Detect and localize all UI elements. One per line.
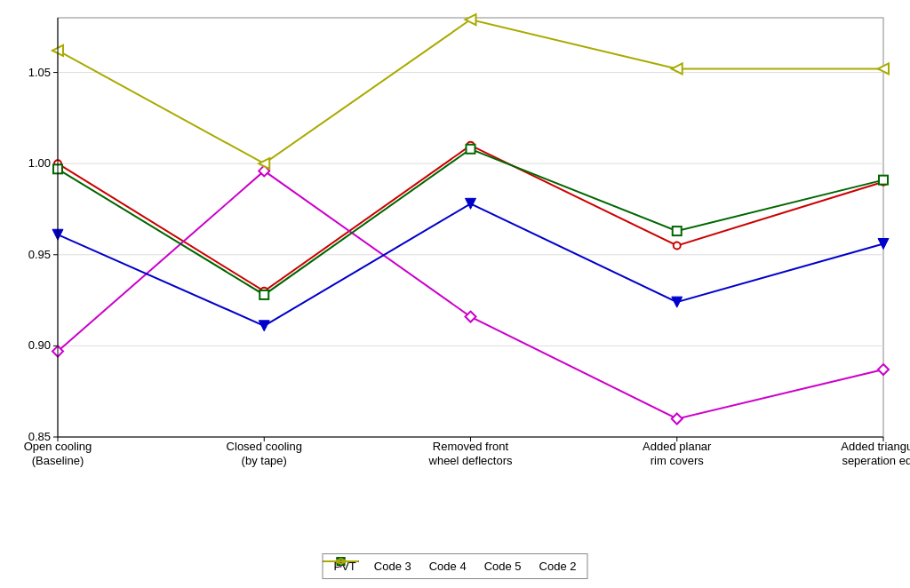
svg-marker-53 — [466, 14, 476, 25]
svg-rect-48 — [467, 145, 475, 154]
legend-item-code2: Code 2 — [539, 560, 577, 573]
svg-text:Added triangular: Added triangular — [841, 440, 910, 453]
svg-text:1.05: 1.05 — [28, 66, 51, 79]
svg-marker-45 — [878, 238, 889, 249]
chart-svg: 0.850.900.951.001.05Open cooling(Baselin… — [0, 0, 910, 588]
svg-text:rim covers: rim covers — [651, 454, 704, 467]
svg-text:Closed cooling: Closed cooling — [227, 440, 302, 453]
svg-marker-42 — [259, 321, 269, 331]
svg-text:Open cooling: Open cooling — [24, 440, 92, 453]
svg-text:wheel deflectors: wheel deflectors — [428, 454, 513, 467]
svg-point-34 — [674, 242, 681, 250]
svg-marker-43 — [466, 198, 476, 209]
svg-marker-39 — [672, 413, 682, 424]
svg-rect-0 — [58, 18, 883, 437]
svg-marker-40 — [878, 364, 889, 375]
legend-container: PVT Code 3 Code 4 Code 5 — [323, 553, 588, 579]
legend-line-code2 — [323, 554, 910, 588]
svg-text:1.00: 1.00 — [28, 156, 51, 170]
svg-text:seperation edge: seperation edge — [842, 454, 910, 467]
chart-container: 0.850.900.951.001.05Open cooling(Baselin… — [0, 0, 910, 588]
svg-text:0.95: 0.95 — [28, 248, 51, 261]
svg-marker-38 — [466, 312, 476, 322]
svg-text:0.90: 0.90 — [28, 338, 51, 352]
svg-text:(by tape): (by tape) — [242, 454, 287, 467]
svg-text:Removed front: Removed front — [433, 440, 509, 453]
svg-rect-49 — [673, 226, 682, 235]
svg-text:Added planar: Added planar — [643, 440, 712, 453]
svg-text:(Baseline): (Baseline) — [32, 454, 84, 467]
svg-rect-47 — [259, 290, 268, 299]
svg-rect-50 — [879, 176, 888, 185]
svg-marker-44 — [672, 297, 682, 307]
